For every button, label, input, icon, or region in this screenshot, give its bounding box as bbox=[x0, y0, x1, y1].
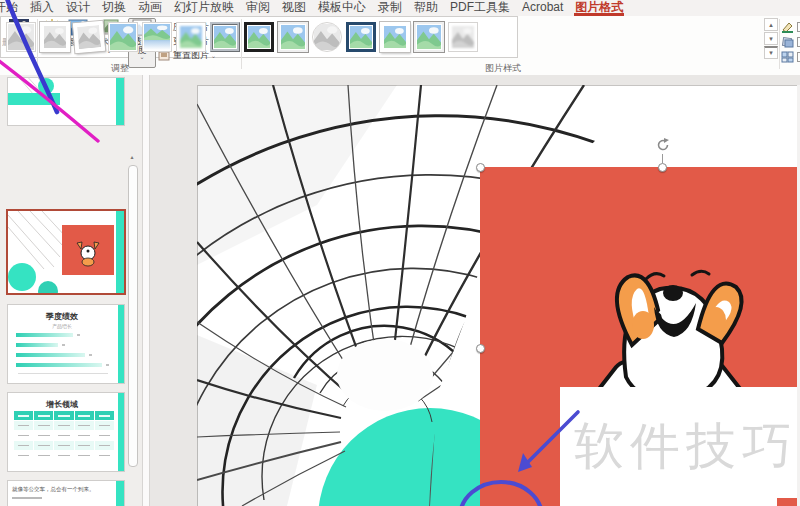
red-corner-fragment bbox=[777, 498, 797, 506]
thumbnail-side-bar bbox=[116, 481, 124, 506]
thumbnail-side-bar bbox=[118, 393, 124, 471]
slide-thumbnail-4-table[interactable]: 增长领域 bbox=[8, 393, 124, 471]
ribbon-tab-bar: 开始插入设计切换动画幻灯片放映审阅视图模板中心录制帮助PDF工具集Acrobat… bbox=[0, 0, 800, 16]
watermark-box[interactable]: 软件技巧 bbox=[560, 387, 800, 506]
thumbnail-side-bar bbox=[116, 211, 124, 293]
ribbon-tab[interactable]: 图片格式 bbox=[569, 0, 629, 16]
slide-thumbnail-3-chart[interactable]: 季度绩效 产品增长 bbox=[8, 305, 124, 383]
ribbon-tab[interactable]: 设计 bbox=[60, 0, 96, 16]
picture-style-thumb[interactable] bbox=[176, 22, 206, 52]
picture-border-icon bbox=[781, 21, 794, 33]
ribbon-tab[interactable]: 模板中心 bbox=[312, 0, 372, 16]
ribbon-tab[interactable]: 开始 bbox=[0, 0, 24, 16]
selection-handle-middle-left[interactable] bbox=[476, 344, 485, 353]
building-thumb-art bbox=[8, 501, 124, 506]
slide-thumbnail-5-building[interactable]: 就像等公交车，总会有一个到来。 bbox=[8, 481, 124, 506]
ribbon-tab[interactable]: 录制 bbox=[372, 0, 408, 16]
watermark-text: 软件技巧 bbox=[560, 413, 798, 480]
rotation-handle-line bbox=[662, 154, 663, 163]
picture-style-thumb[interactable] bbox=[73, 21, 106, 54]
picture-style-thumb[interactable] bbox=[278, 22, 308, 52]
chart-thumb-title: 季度绩效 bbox=[8, 311, 116, 322]
adjust-group-label: 调整 bbox=[0, 62, 240, 74]
picture-style-thumb[interactable] bbox=[244, 22, 274, 52]
gallery-scroll-down-button[interactable]: ▾ bbox=[764, 32, 778, 45]
ribbon-tab[interactable]: PDF工具集 bbox=[444, 0, 516, 16]
selection-handle-top-center[interactable] bbox=[658, 163, 667, 172]
picture-style-thumb[interactable] bbox=[312, 22, 342, 52]
picture-styles-group-label: 图片样式 bbox=[244, 62, 762, 74]
picture-effects-icon bbox=[781, 36, 794, 48]
picture-layout-icon bbox=[781, 51, 794, 63]
ribbon-tab[interactable]: 切换 bbox=[96, 0, 132, 16]
picture-effects-button[interactable] bbox=[781, 35, 800, 48]
chevron-down-icon: ⌄ bbox=[211, 52, 216, 59]
rotation-handle[interactable] bbox=[654, 136, 672, 154]
picture-style-thumb[interactable] bbox=[448, 22, 478, 52]
thumbnail-2-art bbox=[8, 211, 124, 293]
slide-thumbnail-panel: 季度绩效 产品增长 增长领域 就像等公交车，总会有一个到来。 ▴ bbox=[0, 75, 142, 506]
ribbon-tab[interactable]: 动画 bbox=[132, 0, 168, 16]
quote-thumb-caption: 就像等公交车，总会有一个到来。 bbox=[12, 486, 114, 493]
picture-style-thumb[interactable] bbox=[108, 22, 138, 52]
thumbnail-side-bar bbox=[116, 78, 124, 125]
ribbon-tab[interactable]: 插入 bbox=[24, 0, 60, 16]
reset-picture-icon bbox=[158, 51, 170, 61]
thumbnail-1-art bbox=[8, 78, 124, 125]
chevron-down-icon: ⌄ bbox=[139, 55, 144, 59]
ribbon-tab[interactable]: 帮助 bbox=[408, 0, 444, 16]
table-thumb-title: 增长领域 bbox=[8, 399, 116, 410]
picture-styles-gallery bbox=[0, 16, 518, 58]
slide-thumbnail-1[interactable] bbox=[8, 78, 124, 125]
picture-border-button[interactable] bbox=[781, 20, 800, 33]
picture-style-thumb[interactable] bbox=[346, 22, 376, 52]
picture-style-thumb[interactable] bbox=[40, 22, 70, 52]
ribbon-tab[interactable]: 审阅 bbox=[240, 0, 276, 16]
panel-splitter[interactable] bbox=[142, 75, 150, 506]
ribbon: 删除背景 校正 ⌄ 颜色 ⌄ 艺术效果 ⌄ 透明度 ⌄ 压缩图片 bbox=[0, 16, 800, 76]
ribbon-tab[interactable]: Acrobat bbox=[516, 0, 569, 16]
chart-thumb-subtitle: 产品增长 bbox=[8, 323, 116, 329]
picture-style-thumb[interactable] bbox=[414, 22, 444, 52]
gallery-scroll-up-button[interactable]: ▴ bbox=[764, 18, 778, 31]
picture-style-thumb[interactable] bbox=[380, 22, 410, 52]
slide-thumbnail-2-selected[interactable] bbox=[8, 211, 124, 293]
panel-scroll-up-icon[interactable]: ▴ bbox=[127, 152, 137, 163]
picture-style-thumb[interactable] bbox=[142, 22, 172, 52]
picture-style-thumb[interactable] bbox=[6, 22, 36, 52]
panel-scrollbar[interactable] bbox=[128, 165, 138, 467]
ribbon-tab[interactable]: 幻灯片放映 bbox=[168, 0, 240, 16]
selection-handle-top-left[interactable] bbox=[476, 163, 485, 172]
picture-style-thumb[interactable] bbox=[210, 22, 240, 52]
picture-layout-button[interactable] bbox=[781, 50, 800, 63]
ribbon-tab[interactable]: 视图 bbox=[276, 0, 312, 16]
gallery-more-button[interactable]: ▾ bbox=[764, 46, 778, 59]
thumbnail-side-bar bbox=[118, 305, 124, 383]
